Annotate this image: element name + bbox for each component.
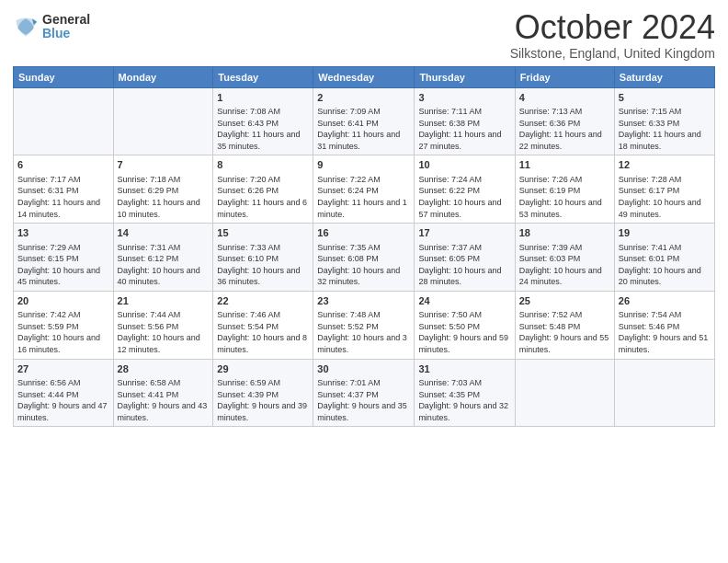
sunset-text: Sunset: 5:50 PM (418, 322, 480, 331)
day-number: 10 (418, 158, 510, 172)
sunrise-text: Sunrise: 7:35 AM (317, 243, 381, 252)
daylight-text: Daylight: 9 hours and 32 minutes. (418, 401, 508, 422)
sunset-text: Sunset: 6:17 PM (619, 186, 680, 195)
sunrise-text: Sunrise: 7:08 AM (217, 107, 280, 116)
cell-w0-d6: 5Sunrise: 7:15 AMSunset: 6:33 PMDaylight… (614, 87, 714, 155)
sunset-text: Sunset: 6:38 PM (418, 119, 480, 128)
sunrise-text: Sunrise: 7:33 AM (217, 243, 280, 252)
day-number: 6 (17, 158, 109, 172)
daylight-text: Daylight: 10 hours and 16 minutes. (17, 333, 100, 354)
sunset-text: Sunset: 6:01 PM (619, 254, 680, 263)
sunrise-text: Sunrise: 7:11 AM (418, 107, 482, 116)
sunrise-text: Sunrise: 7:52 AM (519, 310, 583, 319)
cell-w2-d4: 17Sunrise: 7:37 AMSunset: 6:05 PMDayligh… (415, 224, 515, 292)
sunrise-text: Sunrise: 6:58 AM (118, 378, 181, 387)
cell-w1-d1: 7Sunrise: 7:18 AMSunset: 6:29 PMDaylight… (113, 155, 213, 224)
daylight-text: Daylight: 10 hours and 20 minutes. (619, 266, 701, 287)
daylight-text: Daylight: 11 hours and 22 minutes. (519, 130, 602, 151)
sunrise-text: Sunrise: 7:28 AM (619, 175, 682, 184)
day-number: 29 (217, 362, 309, 376)
header-sunday: Sunday (14, 66, 114, 87)
daylight-text: Daylight: 9 hours and 51 minutes. (619, 333, 709, 354)
cell-w2-d6: 19Sunrise: 7:41 AMSunset: 6:01 PMDayligh… (614, 224, 714, 292)
sunrise-text: Sunrise: 7:22 AM (317, 175, 381, 184)
sunset-text: Sunset: 6:19 PM (519, 186, 581, 195)
day-number: 13 (17, 226, 109, 240)
sunrise-text: Sunrise: 6:59 AM (217, 378, 280, 387)
title-area: October 2024 Silkstone, England, United … (510, 9, 715, 61)
sunset-text: Sunset: 5:56 PM (118, 322, 179, 331)
cell-w4-d6 (614, 359, 714, 427)
cell-w2-d0: 13Sunrise: 7:29 AMSunset: 6:15 PMDayligh… (14, 224, 114, 292)
sunrise-text: Sunrise: 7:03 AM (418, 378, 482, 387)
cell-w1-d0: 6Sunrise: 7:17 AMSunset: 6:31 PMDaylight… (14, 155, 114, 224)
sunset-text: Sunset: 4:37 PM (317, 390, 379, 399)
sunrise-text: Sunrise: 7:29 AM (17, 243, 81, 252)
day-number: 9 (317, 158, 410, 172)
week-row-1: 6Sunrise: 7:17 AMSunset: 6:31 PMDaylight… (14, 155, 715, 224)
sunset-text: Sunset: 4:39 PM (217, 390, 279, 399)
day-number: 4 (519, 91, 610, 105)
day-number: 2 (317, 91, 410, 105)
sunrise-text: Sunrise: 7:31 AM (118, 243, 181, 252)
cell-w3-d1: 21Sunrise: 7:44 AMSunset: 5:56 PMDayligh… (113, 291, 213, 359)
daylight-text: Daylight: 10 hours and 3 minutes. (317, 333, 407, 354)
sunset-text: Sunset: 5:46 PM (619, 322, 680, 331)
sunrise-text: Sunrise: 7:24 AM (418, 175, 482, 184)
sunset-text: Sunset: 6:10 PM (217, 254, 279, 263)
day-number: 26 (619, 294, 711, 308)
daylight-text: Daylight: 9 hours and 55 minutes. (519, 333, 609, 354)
daylight-text: Daylight: 9 hours and 47 minutes. (17, 401, 108, 422)
cell-w2-d3: 16Sunrise: 7:35 AMSunset: 6:08 PMDayligh… (313, 224, 415, 292)
daylight-text: Daylight: 10 hours and 40 minutes. (118, 266, 200, 287)
sunset-text: Sunset: 4:44 PM (17, 390, 79, 399)
day-number: 17 (418, 226, 510, 240)
day-number: 19 (619, 226, 711, 240)
cell-w0-d3: 2Sunrise: 7:09 AMSunset: 6:41 PMDaylight… (313, 87, 415, 155)
cell-w3-d6: 26Sunrise: 7:54 AMSunset: 5:46 PMDayligh… (614, 291, 714, 359)
calendar-page: General Blue October 2024 Silkstone, Eng… (0, 0, 728, 563)
daylight-text: Daylight: 10 hours and 57 minutes. (418, 198, 501, 219)
daylight-text: Daylight: 11 hours and 27 minutes. (418, 130, 501, 151)
sunrise-text: Sunrise: 7:37 AM (418, 243, 482, 252)
daylight-text: Daylight: 10 hours and 32 minutes. (317, 266, 400, 287)
daylight-text: Daylight: 10 hours and 45 minutes. (17, 266, 100, 287)
logo: General Blue (13, 13, 90, 41)
sunset-text: Sunset: 6:12 PM (118, 254, 179, 263)
day-number: 23 (317, 294, 410, 308)
daylight-text: Daylight: 9 hours and 59 minutes. (418, 333, 508, 354)
daylight-text: Daylight: 11 hours and 31 minutes. (317, 130, 400, 151)
sunrise-text: Sunrise: 7:15 AM (619, 107, 682, 116)
day-number: 14 (118, 226, 210, 240)
daylight-text: Daylight: 11 hours and 1 minute. (317, 198, 407, 219)
sunrise-text: Sunrise: 7:13 AM (519, 107, 583, 116)
daylight-text: Daylight: 10 hours and 53 minutes. (519, 198, 602, 219)
header-thursday: Thursday (415, 66, 515, 87)
day-number: 8 (217, 158, 309, 172)
day-number: 3 (418, 91, 510, 105)
cell-w3-d4: 24Sunrise: 7:50 AMSunset: 5:50 PMDayligh… (415, 291, 515, 359)
cell-w4-d5 (515, 359, 614, 427)
daylight-text: Daylight: 11 hours and 18 minutes. (619, 130, 701, 151)
daylight-text: Daylight: 9 hours and 39 minutes. (217, 401, 307, 422)
sunrise-text: Sunrise: 7:01 AM (317, 378, 381, 387)
sunset-text: Sunset: 6:05 PM (418, 254, 480, 263)
week-row-4: 27Sunrise: 6:56 AMSunset: 4:44 PMDayligh… (14, 359, 715, 427)
daylight-text: Daylight: 9 hours and 43 minutes. (118, 401, 208, 422)
header-row: Sunday Monday Tuesday Wednesday Thursday… (14, 66, 715, 87)
sunrise-text: Sunrise: 7:42 AM (17, 310, 81, 319)
sunrise-text: Sunrise: 7:46 AM (217, 310, 280, 319)
daylight-text: Daylight: 11 hours and 14 minutes. (17, 198, 100, 219)
header-monday: Monday (113, 66, 213, 87)
day-number: 30 (317, 362, 410, 376)
day-number: 1 (217, 91, 309, 105)
cell-w3-d2: 22Sunrise: 7:46 AMSunset: 5:54 PMDayligh… (213, 291, 313, 359)
sunset-text: Sunset: 6:03 PM (519, 254, 581, 263)
daylight-text: Daylight: 10 hours and 36 minutes. (217, 266, 300, 287)
week-row-0: 1Sunrise: 7:08 AMSunset: 6:43 PMDaylight… (14, 87, 715, 155)
logo-icon (13, 14, 39, 40)
header-saturday: Saturday (614, 66, 714, 87)
sunset-text: Sunset: 6:22 PM (418, 186, 480, 195)
cell-w4-d1: 28Sunrise: 6:58 AMSunset: 4:41 PMDayligh… (113, 359, 213, 427)
day-number: 21 (118, 294, 210, 308)
